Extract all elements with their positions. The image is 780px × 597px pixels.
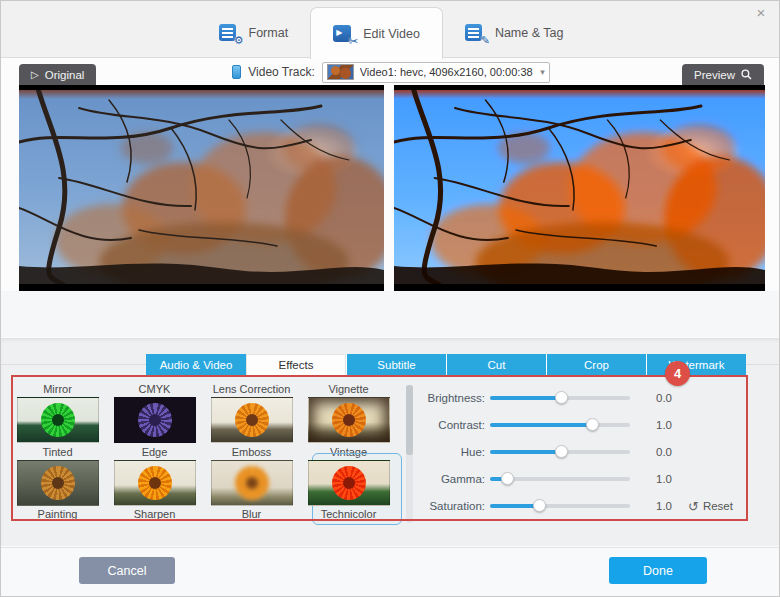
effects-list: Mirror CMYK Lens Correction Vignette Tin… — [9, 377, 409, 524]
timeline-bar: 00:00:33 00:00:38 + ✂ Cut — [1, 291, 780, 337]
effect-label-edge[interactable]: Edge — [106, 446, 203, 459]
gamma-value: 1.0 — [656, 473, 682, 485]
annotation-badge: 4 — [665, 361, 690, 386]
chevron-down-icon: ▾ — [540, 67, 545, 77]
effect-label-mirror[interactable]: Mirror — [9, 383, 106, 396]
effect-thumb-emboss[interactable] — [211, 397, 293, 443]
saturation-value: 1.0 — [656, 500, 682, 512]
effect-thumb-vintage[interactable] — [308, 397, 390, 443]
header-tab-strip: ⚙ Format ▶✂ Edit Video ✎ Name & Tag × — [1, 1, 780, 58]
hue-label: Hue: — [421, 446, 485, 458]
effect-label-emboss[interactable]: Emboss — [203, 446, 300, 459]
saturation-row: Saturation: 1.0 ↺ Reset — [421, 497, 761, 515]
contrast-row: Contrast: 1.0 — [421, 416, 761, 434]
effect-label-technicolor[interactable]: Technicolor — [300, 508, 397, 521]
gamma-handle[interactable] — [501, 472, 514, 485]
tab-crop[interactable]: Crop — [546, 354, 646, 375]
original-video-frame — [19, 85, 384, 291]
effect-thumb-edge[interactable] — [114, 397, 196, 443]
panel-tabs: Audio & Video Effects Subtitle Cut Crop … — [146, 354, 746, 375]
effect-label-painting[interactable]: Painting — [9, 508, 106, 521]
effect-thumb-sharpen[interactable] — [114, 460, 196, 506]
edit-panel: Audio & Video Effects Subtitle Cut Crop … — [1, 338, 780, 546]
effects-scrollbar[interactable] — [406, 385, 413, 523]
reset-label: Reset — [703, 500, 733, 512]
original-tab-label: Original — [45, 69, 85, 81]
brightness-slider[interactable] — [490, 396, 630, 400]
preview-video-scene — [394, 90, 765, 284]
effect-thumb-technicolor[interactable] — [308, 460, 390, 506]
effect-label-vignette[interactable]: Vignette — [300, 383, 397, 396]
tab-audio-video[interactable]: Audio & Video — [146, 354, 246, 375]
tab-watermark[interactable]: Watermark — [646, 354, 746, 375]
tab-subtitle[interactable]: Subtitle — [346, 354, 446, 375]
effect-thumb-blur[interactable] — [211, 460, 293, 506]
video-thumbnail — [327, 64, 354, 80]
tab-effects[interactable]: Effects — [246, 354, 346, 375]
footer-bar: Cancel Done — [1, 547, 780, 597]
hue-row: Hue: 0.0 — [421, 443, 761, 461]
preview-video-frame — [394, 85, 765, 291]
effect-label-sharpen[interactable]: Sharpen — [106, 508, 203, 521]
done-button[interactable]: Done — [609, 557, 707, 584]
tab-cut[interactable]: Cut — [446, 354, 546, 375]
original-video-scene — [19, 90, 384, 284]
effects-scrollbar-thumb[interactable] — [406, 385, 413, 455]
cancel-button[interactable]: Cancel — [79, 557, 175, 584]
video-track-row: Video Track: Video1: hevc, 4096x2160, 00… — [1, 59, 780, 85]
tab-format-label: Format — [249, 26, 289, 40]
video-track-label: Video Track: — [248, 65, 314, 79]
reset-icon: ↺ — [688, 499, 699, 514]
hue-value: 0.0 — [656, 446, 682, 458]
video-track-icon — [232, 65, 241, 79]
contrast-label: Contrast: — [421, 419, 485, 431]
magnifier-icon — [741, 69, 752, 80]
contrast-slider[interactable] — [490, 423, 630, 427]
edit-video-icon: ▶✂ — [333, 25, 355, 43]
saturation-label: Saturation: — [421, 500, 485, 512]
hue-handle[interactable] — [555, 445, 568, 458]
gamma-label: Gamma: — [421, 473, 485, 485]
original-tab[interactable]: ▷ Original — [19, 64, 96, 85]
gamma-slider[interactable] — [490, 477, 630, 481]
preview-tab-label: Preview — [694, 69, 735, 81]
edit-video-window: ⚙ Format ▶✂ Edit Video ✎ Name & Tag × Vi… — [0, 0, 780, 597]
header-tabs: ⚙ Format ▶✂ Edit Video ✎ Name & Tag — [1, 7, 780, 58]
effect-label-tinted[interactable]: Tinted — [9, 446, 106, 459]
tab-name-tag-label: Name & Tag — [495, 26, 564, 40]
effect-label-blur[interactable]: Blur — [203, 508, 300, 521]
preview-tab[interactable]: Preview — [682, 64, 764, 85]
gamma-row: Gamma: 1.0 — [421, 470, 761, 488]
brightness-value: 0.0 — [656, 392, 682, 404]
effect-label-lens-correction[interactable]: Lens Correction — [203, 383, 300, 396]
video-track-value: Video1: hevc, 4096x2160, 00:00:38 — [360, 66, 534, 78]
brightness-label: Brightness: — [421, 392, 485, 404]
saturation-handle[interactable] — [533, 499, 546, 512]
tab-format[interactable]: ⚙ Format — [197, 7, 311, 58]
effect-thumb-tinted[interactable] — [17, 397, 99, 443]
video-track-dropdown[interactable]: Video1: hevc, 4096x2160, 00:00:38 ▾ — [322, 62, 550, 83]
brightness-row: Brightness: 0.0 — [421, 389, 761, 407]
saturation-slider[interactable] — [490, 504, 630, 508]
effect-thumb-painting[interactable] — [17, 460, 99, 506]
name-tag-icon: ✎ — [465, 24, 487, 42]
tab-edit-video-label: Edit Video — [363, 27, 420, 41]
contrast-handle[interactable] — [586, 418, 599, 431]
hue-slider[interactable] — [490, 450, 630, 454]
close-icon[interactable]: × — [751, 3, 771, 23]
play-outline-icon: ▷ — [31, 69, 39, 80]
effect-label-cmyk[interactable]: CMYK — [106, 383, 203, 396]
tab-name-tag[interactable]: ✎ Name & Tag — [443, 7, 586, 58]
contrast-value: 1.0 — [656, 419, 682, 431]
tab-edit-video[interactable]: ▶✂ Edit Video — [310, 7, 443, 59]
format-icon: ⚙ — [219, 24, 241, 42]
brightness-handle[interactable] — [555, 391, 568, 404]
reset-button[interactable]: ↺ Reset — [688, 499, 733, 514]
